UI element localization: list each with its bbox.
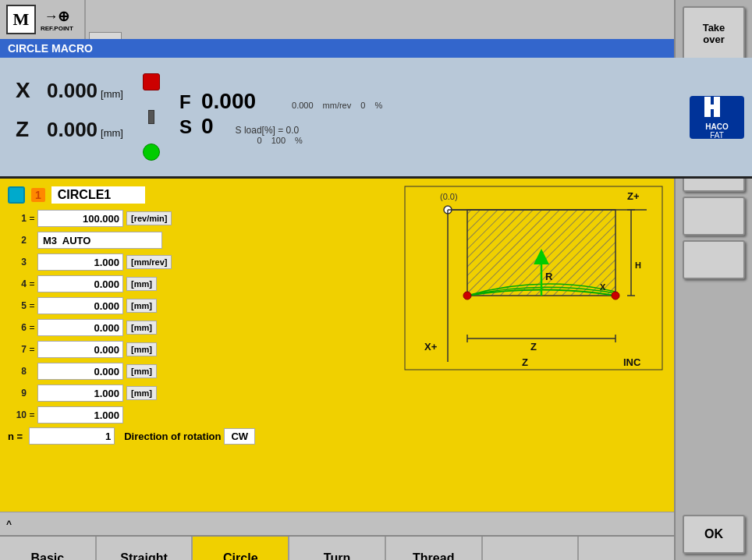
- tab-thread[interactable]: Thread: [386, 537, 483, 560]
- f-sub-row: 0.000 mm/rev 0 %: [292, 101, 382, 110]
- scroll-up-button[interactable]: ^: [6, 519, 12, 530]
- ref-arrow-icon: →⊕: [44, 8, 69, 25]
- haco-text: HACO: [705, 122, 728, 131]
- param-value-10[interactable]: 1.000: [37, 406, 123, 424]
- param-row-10: 10 = 1.000: [8, 405, 304, 425]
- param-row-7: 7 = 0.000 [mm]: [8, 339, 304, 360]
- led-red: [143, 73, 160, 90]
- params-table: 1 CIRCLE1 1 = 100.000 [rev/min] 2 M3 AUT…: [8, 186, 304, 446]
- bottom-tabs: Basic Straight Circle Turn Thread: [0, 535, 674, 560]
- takeover-button[interactable]: Take over: [683, 6, 745, 61]
- param-row-8: 8 0.000 [mm]: [8, 361, 304, 381]
- x-axis-row: X 0.000 [mm]: [16, 78, 123, 103]
- coord-label: (0.0): [440, 192, 458, 201]
- param-value-8[interactable]: 0.000: [37, 363, 123, 380]
- tab-empty-2: [579, 537, 674, 560]
- param-name: CIRCLE1: [51, 186, 145, 204]
- x-label-diagram: X: [600, 282, 606, 292]
- direction-label: Direction of rotation: [124, 431, 221, 442]
- z-dim-label: Z: [530, 341, 537, 353]
- tab-straight[interactable]: Straight: [97, 537, 193, 560]
- led-green: [143, 144, 160, 161]
- z-axis-row: Z 0.000 [mm]: [16, 117, 123, 142]
- param-row-2: 2 M3 AUTO: [8, 230, 304, 250]
- tab-turn[interactable]: Turn: [289, 537, 386, 560]
- param-value-9[interactable]: 1.000: [37, 385, 123, 402]
- logo-area: M →⊕ REF.POINT: [0, 0, 86, 39]
- z-label-diagram: Z: [522, 356, 528, 368]
- x-plus-label: X+: [424, 341, 438, 353]
- feed-spindle: F 0.000 0.000 mm/rev 0 % S 0 S load[%] =…: [164, 81, 690, 153]
- inc-label: INC: [623, 356, 641, 368]
- z-label: Z: [16, 117, 39, 142]
- m-logo: M: [6, 5, 36, 34]
- param-icon: [8, 186, 25, 204]
- ref-point: →⊕ REF.POINT: [36, 6, 78, 34]
- led-panel: [139, 58, 164, 176]
- active-tab[interactable]: [89, 32, 122, 39]
- param-row-1: 1 = 100.000 [rev/min]: [8, 208, 304, 229]
- z-value: 0.000: [47, 118, 98, 142]
- f-label: F: [179, 91, 195, 113]
- param-value-7[interactable]: 0.000: [37, 341, 123, 358]
- x-unit: [mm]: [101, 88, 123, 100]
- spindle-row: S 0 S load[%] = 0.0 0 100 %: [179, 114, 674, 145]
- tab-empty-1: [483, 537, 580, 560]
- param-header: 1 CIRCLE1: [8, 186, 304, 204]
- feed-row: F 0.000 0.000 mm/rev 0 %: [179, 89, 674, 114]
- f-value: 0.000: [201, 89, 256, 114]
- title-bar: CIRCLE MACRO: [0, 39, 752, 58]
- n-value[interactable]: 1: [29, 427, 115, 445]
- x-value: 0.000: [47, 79, 98, 103]
- param-row-4: 4 = 0.000 [mm]: [8, 274, 304, 294]
- main-content: 1 CIRCLE1 1 = 100.000 [rev/min] 2 M3 AUT…: [0, 179, 674, 512]
- ok-button[interactable]: OK: [683, 515, 745, 554]
- param-value-5[interactable]: 0.000: [37, 297, 123, 314]
- param-value-3[interactable]: 1.000: [37, 253, 123, 271]
- svg-point-7: [612, 292, 619, 299]
- tab-area: [86, 0, 752, 39]
- param-value-2[interactable]: M3 AUTO: [37, 232, 162, 249]
- s-load: S load[%] = 0.0: [236, 125, 303, 136]
- z-unit: [mm]: [101, 127, 123, 139]
- led-bar: [148, 110, 154, 124]
- param-value-1[interactable]: 100.000: [37, 210, 123, 227]
- axes-section: X 0.000 [mm] Z 0.000 [mm]: [0, 70, 139, 164]
- scroll-indicator: ^: [0, 512, 674, 535]
- s-sub-row: 0 100 %: [257, 136, 303, 145]
- page-title: CIRCLE MACRO: [8, 42, 93, 55]
- param-row-number: 1: [31, 188, 45, 202]
- fat-text: FAT: [710, 131, 724, 140]
- svg-rect-2: [704, 105, 720, 109]
- param-row-6: 6 = 0.000 [mm]: [8, 317, 304, 338]
- haco-logo: HACO FAT: [690, 96, 744, 139]
- s-label: S: [179, 116, 195, 138]
- s-value: 0: [201, 114, 214, 139]
- diagram: Z+ X+ Z (0.0) INC: [401, 183, 666, 374]
- sidebar-btn-6: [683, 240, 745, 279]
- top-bar: M →⊕ REF.POINT: [0, 0, 752, 39]
- n-label: n =: [8, 431, 23, 442]
- param-value-6[interactable]: 0.000: [37, 319, 123, 336]
- param-row-9: 9 1.000 [mm]: [8, 383, 304, 403]
- tab-basic[interactable]: Basic: [0, 537, 97, 560]
- tab-circle[interactable]: Circle: [193, 537, 289, 560]
- h-label: H: [635, 261, 641, 270]
- n-row: n = 1 Direction of rotation CW: [8, 427, 304, 445]
- svg-point-6: [463, 292, 471, 299]
- param-row-5: 5 = 0.000 [mm]: [8, 296, 304, 316]
- sidebar-btn-5: [683, 197, 745, 236]
- status-panel: X 0.000 [mm] Z 0.000 [mm] F 0.000 0.000 …: [0, 58, 752, 179]
- z-plus-label: Z+: [627, 190, 640, 202]
- r-label: R: [545, 271, 553, 282]
- param-row-3: 3 1.000 [mm/rev]: [8, 252, 304, 272]
- x-label: X: [16, 78, 39, 103]
- direction-value[interactable]: CW: [224, 428, 255, 445]
- param-value-4[interactable]: 0.000: [37, 275, 123, 292]
